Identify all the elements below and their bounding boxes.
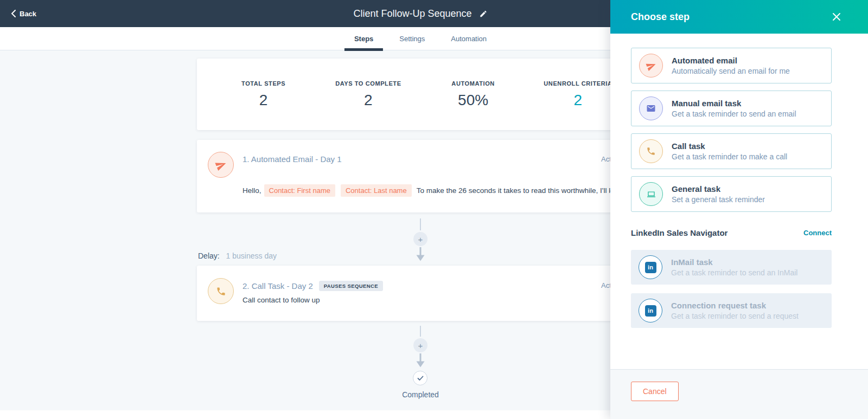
stat-total-steps: TOTAL STEPS 2: [211, 80, 316, 109]
tab-settings[interactable]: Settings: [398, 27, 426, 50]
linkedin-icon: in: [639, 299, 662, 323]
phone-icon: [639, 139, 663, 163]
envelope-icon: [639, 96, 663, 120]
option-call-task[interactable]: Call task Get a task reminder to make a …: [631, 133, 832, 169]
email-body-prefix: Hello,: [242, 186, 261, 195]
option-automated-email[interactable]: Automated email Automatically send an em…: [631, 48, 832, 83]
step-card-1: 1. Automated Email - Day 1 Actions Hello…: [197, 140, 644, 212]
arrow-down-icon: [416, 247, 425, 265]
token-last-name: Contact: Last name: [341, 184, 412, 197]
panel-header: Choose step: [610, 0, 868, 34]
add-step-button-1[interactable]: +: [413, 232, 427, 246]
sequence-stats-card: TOTAL STEPS 2 DAYS TO COMPLETE 2 AUTOMAT…: [197, 59, 644, 130]
email-body-text: To make the 26 seconds it takes to read …: [417, 186, 630, 195]
chevron-left-icon: [11, 10, 16, 17]
connect-link[interactable]: Connect: [803, 229, 832, 237]
choose-step-panel: Choose step Automated email Automaticall…: [610, 0, 868, 419]
step-card-2: 2. Call Task - Day 2 PAUSES SEQUENCE Act…: [197, 266, 644, 321]
close-icon[interactable]: [831, 11, 842, 22]
tab-steps[interactable]: Steps: [353, 27, 374, 50]
linkedin-section-header: LinkedIn Sales Navigator Connect: [631, 228, 832, 237]
connector-line: [420, 326, 421, 337]
stat-automation: AUTOMATION 50%: [421, 80, 526, 109]
page-title: Client Follow-Up Sequence: [353, 8, 471, 20]
tab-automation[interactable]: Automation: [450, 27, 488, 50]
step-2-task-note: Call contact to follow up: [242, 296, 320, 304]
add-step-button-2[interactable]: +: [413, 338, 427, 352]
send-icon: [639, 54, 663, 78]
option-manual-email-task[interactable]: Manual email task Get a task reminder to…: [631, 91, 832, 126]
delay-label: Delay:: [198, 252, 220, 260]
delay-row: Delay: 1 business day: [198, 252, 277, 260]
back-label: Back: [20, 10, 36, 18]
cancel-button[interactable]: Cancel: [631, 382, 679, 401]
completed-check-icon: [413, 371, 427, 385]
step-1-email-preview: Hello, Contact: First name Contact: Last…: [242, 184, 644, 197]
arrow-down-icon: [416, 353, 425, 371]
edit-pencil-icon[interactable]: [480, 10, 488, 18]
pauses-sequence-badge: PAUSES SEQUENCE: [319, 281, 383, 291]
token-first-name: Contact: First name: [264, 184, 335, 197]
linkedin-heading: LinkedIn Sales Navigator: [631, 228, 727, 237]
option-general-task[interactable]: General task Set a general task reminder: [631, 176, 832, 212]
option-connection-request-task: in Connection request task Get a task re…: [631, 293, 832, 328]
linkedin-icon: in: [639, 255, 662, 279]
option-inmail-task: in InMail task Get a task reminder to se…: [631, 250, 832, 285]
panel-title: Choose step: [631, 11, 690, 23]
task-icon: [639, 182, 663, 206]
automated-email-icon: [208, 152, 234, 178]
back-button[interactable]: Back: [11, 0, 36, 27]
call-task-icon: [208, 278, 234, 304]
step-2-title: 2. Call Task - Day 2: [242, 281, 313, 291]
completed-label: Completed: [402, 390, 439, 399]
panel-footer: Cancel: [610, 369, 868, 419]
sequence-editor-page: Back Client Follow-Up Sequence Steps Set…: [0, 0, 868, 419]
connector-line: [420, 218, 421, 230]
step-1-title: 1. Automated Email - Day 1: [242, 154, 342, 164]
delay-value[interactable]: 1 business day: [226, 252, 277, 260]
stat-days-to-complete: DAYS TO COMPLETE 2: [316, 80, 420, 109]
